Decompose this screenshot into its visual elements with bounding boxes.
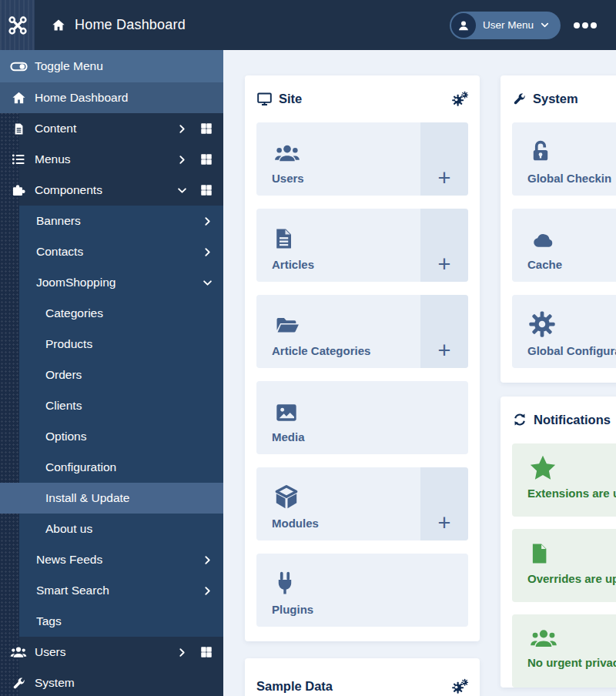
sidebar-item-label: Home Dashboard: [35, 91, 128, 105]
notifications-panel: Notifications Extensions are up to date.…: [500, 397, 616, 688]
user-menu-button[interactable]: User Menu: [450, 12, 561, 39]
home-icon: [9, 90, 28, 106]
sidebar-item-banners[interactable]: Banners: [19, 206, 223, 236]
chevron-right-icon: [202, 216, 213, 227]
document-icon: [9, 122, 28, 136]
sidebar-item-label: Clients: [45, 399, 82, 413]
sidebar-item-joomshopping[interactable]: JoomShopping: [19, 267, 223, 298]
notification-extensions[interactable]: Extensions are up to date.: [512, 443, 616, 517]
plus-icon: +: [420, 167, 468, 189]
sidebar-item-label: Menus: [35, 152, 71, 166]
notification-overrides[interactable]: Overrides are up to date.: [512, 529, 616, 602]
star-icon: [527, 453, 616, 483]
grid-icon[interactable]: [199, 122, 213, 136]
notification-text: No urgent privacy requests.: [527, 656, 616, 669]
sidebar-item-tags[interactable]: Tags: [19, 606, 223, 637]
panel-title: Sample Data: [256, 679, 450, 694]
users-icon: [527, 624, 616, 652]
sidebar-item-label: JoomShopping: [36, 276, 116, 289]
shortcut-label: Plugins: [272, 603, 453, 616]
add-article-category-button[interactable]: +: [420, 295, 468, 368]
chevron-down-icon: [540, 20, 550, 30]
notification-text: Extensions are up to date.: [527, 487, 616, 500]
sidebar: Toggle Menu Home Dashboard Content Menus…: [0, 50, 223, 696]
grid-icon[interactable]: [199, 645, 213, 659]
panel-title: Notifications: [534, 413, 616, 427]
panel-title: System: [533, 92, 616, 106]
sidebar-item-contacts[interactable]: Contacts: [19, 236, 223, 267]
sidebar-item-news-feeds[interactable]: News Feeds: [19, 544, 223, 575]
gear-icon: [527, 310, 616, 339]
unlock-icon: [527, 137, 616, 166]
shortcut-media[interactable]: Media: [256, 381, 468, 454]
chevron-right-icon: [176, 647, 188, 658]
sidebar-item-toggle-menu[interactable]: Toggle Menu: [0, 50, 223, 82]
system-panel: System Global Checkin Cache Global Confi…: [500, 75, 616, 383]
user-menu-label: User Menu: [483, 19, 534, 31]
shortcut-modules[interactable]: Modules +: [256, 467, 468, 540]
shortcut-global-configuration[interactable]: Global Configuration: [512, 295, 616, 368]
sidebar-item-smart-search[interactable]: Smart Search: [19, 575, 223, 606]
plus-icon: +: [420, 340, 468, 362]
shortcut-article-categories[interactable]: Article Categories +: [256, 295, 468, 368]
chevron-right-icon: [176, 154, 188, 166]
grid-icon[interactable]: [199, 183, 213, 197]
sidebar-item-label: About us: [45, 522, 92, 536]
sidebar-item-categories[interactable]: Categories: [19, 298, 223, 329]
dashboard-content: Site Users + Articles + Article Categori…: [223, 50, 616, 696]
user-avatar-icon: [451, 13, 476, 38]
sidebar-item-users[interactable]: Users: [0, 637, 223, 668]
sidebar-item-clients[interactable]: Clients: [19, 390, 223, 421]
sidebar-item-label: Toggle Menu: [35, 59, 103, 73]
shortcut-global-checkin[interactable]: Global Checkin: [512, 122, 616, 196]
sidebar-item-label: Users: [35, 645, 65, 659]
sidebar-item-about-us[interactable]: About us: [19, 514, 223, 544]
sidebar-item-system[interactable]: System: [0, 668, 223, 696]
sidebar-item-label: System: [35, 676, 75, 690]
page-title: Home Dashboard: [75, 17, 450, 33]
sidebar-item-menus[interactable]: Menus: [0, 144, 223, 175]
joomla-logo[interactable]: [0, 0, 35, 50]
sidebar-item-label: Configuration: [45, 460, 116, 474]
sidebar-item-label: Install & Update: [45, 491, 129, 505]
sidebar-item-label: Tags: [36, 614, 62, 628]
shortcut-articles[interactable]: Articles +: [256, 209, 468, 282]
sidebar-item-orders[interactable]: Orders: [19, 360, 223, 390]
shortcut-plugins[interactable]: Plugins: [256, 554, 468, 627]
shortcut-users[interactable]: Users +: [256, 122, 468, 196]
sidebar-item-home-dashboard[interactable]: Home Dashboard: [0, 82, 223, 113]
sidebar-item-configuration[interactable]: Configuration: [19, 452, 223, 483]
plug-icon: [272, 570, 453, 597]
notification-privacy[interactable]: No urgent privacy requests.: [512, 614, 616, 688]
cloud-icon: [527, 228, 616, 253]
ellipsis-menu-button[interactable]: [573, 22, 598, 29]
sidebar-item-content[interactable]: Content: [0, 113, 223, 144]
panel-title: Site: [279, 92, 450, 106]
shortcut-label: Media: [272, 430, 453, 443]
image-icon: [272, 400, 453, 425]
site-panel: Site Users + Articles + Article Categori…: [245, 75, 480, 641]
add-module-button[interactable]: +: [420, 467, 468, 540]
plus-icon: +: [420, 253, 468, 276]
sidebar-item-install-update[interactable]: Install & Update: [0, 483, 223, 514]
sidebar-item-label: Content: [35, 122, 76, 136]
cogs-icon[interactable]: [450, 678, 468, 694]
sidebar-item-label: Categories: [45, 306, 103, 320]
shortcut-label: Global Checkin: [527, 172, 616, 185]
sidebar-item-label: Options: [45, 430, 86, 443]
wrench-icon: [9, 676, 28, 691]
joomla-logo-icon: [8, 15, 28, 35]
list-icon: [9, 152, 28, 167]
sidebar-item-products[interactable]: Products: [19, 329, 223, 360]
chevron-down-icon: [176, 185, 188, 196]
users-icon: [9, 644, 28, 661]
cogs-icon[interactable]: [450, 91, 468, 107]
chevron-down-icon: [202, 277, 213, 289]
chevron-right-icon: [176, 123, 188, 135]
sidebar-item-components[interactable]: Components: [0, 175, 223, 206]
add-article-button[interactable]: +: [420, 209, 468, 282]
grid-icon[interactable]: [199, 152, 213, 166]
add-users-button[interactable]: +: [420, 122, 468, 196]
shortcut-cache[interactable]: Cache: [512, 209, 616, 282]
sidebar-item-options[interactable]: Options: [19, 421, 223, 452]
